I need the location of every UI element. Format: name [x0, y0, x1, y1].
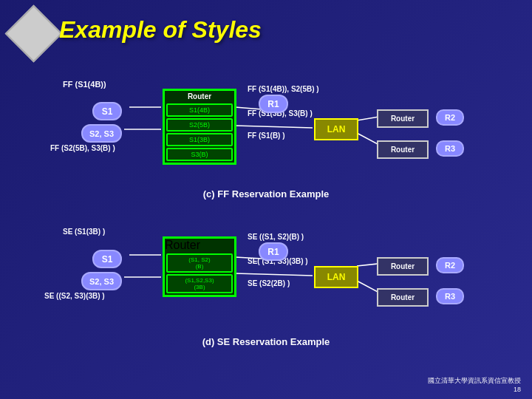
router-r3-label-bot: Router: [377, 288, 429, 307]
node-s2s3-bot: S2, S3: [81, 272, 122, 290]
router-entry-2: S1(3B): [166, 133, 233, 146]
router-entry-bot-1: (S1,S2,S3)(3B): [166, 274, 233, 293]
ff-label-s1: FF (S1(4B)): [63, 80, 106, 89]
node-r3-bot: R3: [436, 288, 464, 304]
node-s1-top: S1: [92, 102, 122, 120]
lan-box-top: LAN: [314, 118, 358, 140]
bottom-diagram: S1 S2, S3 SE (S1(3B) ) SE ((S2, S3)(3B) …: [22, 222, 510, 351]
node-r1-top: R1: [259, 95, 288, 113]
router-title-top: Router: [165, 91, 234, 102]
footer: 國立清華大學資訊系資信宣教授 18: [428, 376, 521, 393]
node-r2-bot: R2: [436, 257, 464, 273]
router-r3-label-top: Router: [377, 140, 429, 159]
router-box-top: Router S1(4B) S2(5B) S1(3B) S3(B): [163, 89, 236, 165]
node-s1-bot: S1: [92, 250, 122, 268]
router-box-bot: Router (S1, S2)(B) (S1,S2,S3)(3B): [163, 236, 236, 297]
router-entry-bot-0: (S1, S2)(B): [166, 253, 233, 273]
router-entry-1: S2(5B): [166, 118, 233, 132]
router-entry-3: S3(B): [166, 148, 233, 161]
top-diagram: S1 S2, S3 FF (S1(4B)) FF (S2(5B), S3(B) …: [22, 74, 510, 203]
node-r1-bot: R1: [259, 242, 288, 261]
slide-title: Example of Styles: [59, 16, 262, 44]
se-label-s2s3: SE ((S2, S3)(3B) ): [44, 292, 105, 300]
se-label-r1: SE ((S1, S2)(B) ): [248, 233, 304, 241]
router-title-bot: Router: [165, 239, 234, 252]
slide: Example of Styles S1: [0, 0, 532, 399]
diamond-decoration: [5, 5, 63, 63]
node-r2-top: R2: [436, 109, 464, 126]
footer-line1: 國立清華大學資訊系資信宣教授: [428, 376, 521, 386]
ff-label-r3-top: FF (S1(B) ): [248, 132, 285, 140]
se-label-s1: SE (S1(3B) ): [63, 228, 105, 236]
top-diagram-caption: (c) FF Reservation Example: [22, 188, 510, 200]
router-entry-0: S1(4B): [166, 103, 233, 117]
router-r2-label-top: Router: [377, 109, 429, 128]
lan-box-bot: LAN: [314, 266, 358, 288]
ff-label-s2s3: FF (S2(5B), S3(B) ): [50, 144, 115, 152]
node-s2s3-top: S2, S3: [81, 124, 122, 143]
se-label-r3: SE (S2(2B) ): [248, 279, 290, 287]
router-r2-label-bot: Router: [377, 257, 429, 276]
node-r3-top: R3: [436, 140, 464, 157]
bottom-diagram-caption: (d) SE Reservation Example: [22, 336, 510, 347]
ff-label-r1-top: FF (S1(4B)), S2(5B) ): [248, 85, 319, 93]
footer-line2: 18: [428, 386, 521, 393]
